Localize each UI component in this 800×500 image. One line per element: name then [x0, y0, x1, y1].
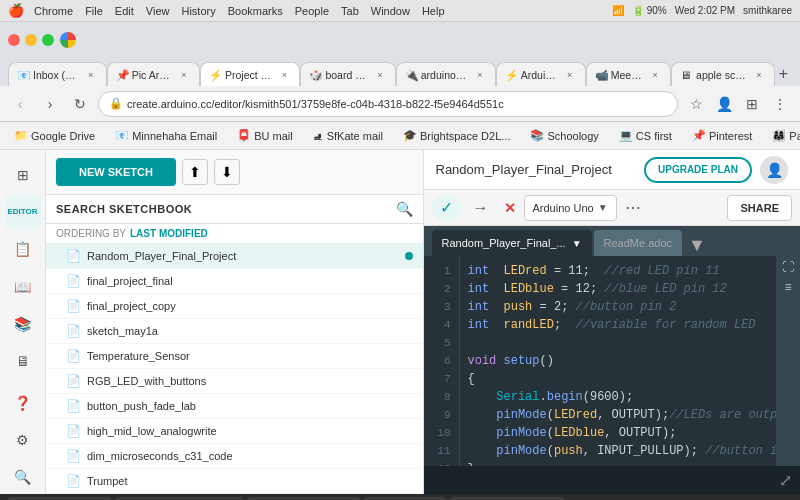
search-sketchbook-button[interactable]: 🔍: [396, 201, 413, 217]
time-display: Wed 2:02 PM: [675, 5, 735, 16]
tab-close-inbox[interactable]: ×: [84, 68, 98, 82]
address-bar: ‹ › ↻ 🔒 create.arduino.cc/editor/kismith…: [0, 86, 800, 122]
more-options-icon[interactable]: ⋯: [621, 198, 645, 217]
sketch-item-final-copy[interactable]: 📄 final_project_copy: [46, 294, 423, 319]
share-button[interactable]: SHARE: [727, 195, 792, 221]
sketch-item-sketch-may[interactable]: 📄 sketch_may1a: [46, 319, 423, 344]
tab-arduino-resistor[interactable]: 🔌 arduino resistor... ×: [396, 62, 496, 86]
board-selector[interactable]: Arduino Uno ▼: [524, 195, 617, 221]
new-sketch-button[interactable]: NEW SKETCH: [56, 158, 176, 186]
url-text: create.arduino.cc/editor/kismith501/3759…: [127, 98, 667, 110]
bookmark-parentsquare[interactable]: 👨‍👩‍👧 ParentSquare: [766, 127, 800, 144]
menu-people[interactable]: People: [289, 5, 335, 17]
user-avatar[interactable]: 👤: [760, 156, 788, 184]
sketch-item-dim-microseconds[interactable]: 📄 dim_microseconds_c31_code: [46, 444, 423, 469]
sketch-name-button: button_push_fade_lab: [87, 400, 413, 412]
serial-expand-icon[interactable]: ⤢: [779, 471, 792, 490]
sketch-item-temperature[interactable]: 📄 Temperature_Sensor: [46, 344, 423, 369]
reload-button[interactable]: ↻: [68, 92, 92, 116]
monitor-icon-button[interactable]: 🖥: [5, 345, 41, 378]
ordering-value[interactable]: LAST MODIFIED: [130, 228, 208, 239]
sketch-item-button-push[interactable]: 📄 button_push_fade_lab: [46, 394, 423, 419]
sketchbook-icon-button[interactable]: 📋: [5, 233, 41, 266]
help-icon-button[interactable]: ❓: [5, 386, 41, 419]
menu-chrome[interactable]: Chrome: [28, 5, 79, 17]
tab-close-pic[interactable]: ×: [177, 68, 191, 82]
bookmark-google-drive[interactable]: 📁 Google Drive: [8, 127, 101, 144]
tab-close-apple[interactable]: ×: [752, 68, 766, 82]
grid-apps-button[interactable]: ⊞: [5, 158, 41, 191]
upgrade-plan-button[interactable]: UPGRADE PLAN: [644, 157, 752, 183]
file-tab-readme[interactable]: ReadMe.adoc: [594, 230, 683, 256]
tab-close-board[interactable]: ×: [373, 68, 387, 82]
new-tab-button[interactable]: +: [775, 62, 792, 86]
bookmark-sfkate[interactable]: ⛸ SfKate mail: [307, 128, 389, 144]
sketch-item-rgb-led[interactable]: 📄 RGB_LED_with_buttons: [46, 369, 423, 394]
maximize-button[interactable]: [42, 34, 54, 46]
serial-monitor-bar: ⤢: [424, 466, 801, 494]
add-file-tab-button[interactable]: ▼: [688, 235, 706, 256]
tab-close-resistor[interactable]: ×: [473, 68, 487, 82]
menu-history[interactable]: History: [175, 5, 221, 17]
url-bar[interactable]: 🔒 create.arduino.cc/editor/kismith501/37…: [98, 91, 678, 117]
browser-menu-icon[interactable]: ⋮: [768, 92, 792, 116]
export-sketch-button[interactable]: ⬇: [214, 159, 240, 185]
wrap-icon[interactable]: ≡: [784, 281, 791, 295]
code-content[interactable]: int LEDred = 11; //red LED pin 11int LED…: [460, 256, 777, 466]
features-icon-button[interactable]: 🔍: [5, 461, 41, 494]
sketch-item-random-player[interactable]: 📄 Random_Player_Final_Project: [46, 244, 423, 269]
forward-button[interactable]: ›: [38, 92, 62, 116]
tab-close-editor[interactable]: ×: [277, 68, 291, 82]
sketch-file-icon-4: 📄: [66, 324, 81, 338]
menu-bookmarks[interactable]: Bookmarks: [222, 5, 289, 17]
upload-button[interactable]: →: [466, 194, 496, 222]
tab-inbox[interactable]: 📧 Inbox (1) - smit... ×: [8, 62, 107, 86]
back-button[interactable]: ‹: [8, 92, 32, 116]
sketch-item-analog-write[interactable]: 📄 high_mid_low_analogwrite: [46, 419, 423, 444]
bookmark-label-pinterest: Pinterest: [709, 130, 752, 142]
extensions-icon[interactable]: ⊞: [740, 92, 764, 116]
tab-project-editor[interactable]: ⚡ Project Editor - ... ×: [200, 62, 300, 86]
stop-button[interactable]: ✕: [500, 200, 520, 216]
bookmark-cs-first[interactable]: 💻 CS first: [613, 127, 678, 144]
verify-button[interactable]: ✓: [432, 194, 462, 222]
bookmark-schoology[interactable]: 📚 Schoology: [524, 127, 604, 144]
preferences-icon-button[interactable]: ⚙: [5, 423, 41, 456]
profile-icon[interactable]: 👤: [712, 92, 736, 116]
apple-menu-icon[interactable]: 🍎: [8, 3, 24, 18]
tab-pic-arduino[interactable]: 📌 Pic Arduino - ... ×: [107, 62, 200, 86]
tab-close-meet[interactable]: ×: [648, 68, 662, 82]
bookmark-brightspace[interactable]: 🎓 Brightspace D2L...: [397, 127, 517, 144]
tab-close-ae[interactable]: ×: [563, 68, 577, 82]
bookmark-pinterest[interactable]: 📌 Pinterest: [686, 127, 758, 144]
tab-meet[interactable]: 📹 Meet - Spe... ×: [586, 62, 671, 86]
tab-apple-screenshot[interactable]: 🖥 apple screensho... ×: [671, 62, 775, 86]
pinterest-icon: 📌: [692, 129, 706, 142]
menu-view[interactable]: View: [140, 5, 176, 17]
menu-tab[interactable]: Tab: [335, 5, 365, 17]
code-editor-area[interactable]: 12345 678910 1112131415 1617 int LEDred …: [424, 256, 801, 466]
menu-help[interactable]: Help: [416, 5, 451, 17]
tab-arduino-editor[interactable]: ⚡ Arduino Editor ×: [496, 62, 586, 86]
sketch-item-final-project[interactable]: 📄 final_project_final: [46, 269, 423, 294]
bookmark-bu-mail[interactable]: 📮 BU mail: [231, 127, 299, 144]
menu-window[interactable]: Window: [365, 5, 416, 17]
minimize-button[interactable]: [25, 34, 37, 46]
editor-icon-button[interactable]: EDITOR: [5, 195, 41, 228]
file-tab-main[interactable]: Random_Player_Final_... ▼: [432, 230, 592, 256]
bookmark-star-icon[interactable]: ☆: [684, 92, 708, 116]
libraries-icon-button[interactable]: 📚: [5, 307, 41, 340]
tab-favicon-apple: 🖥: [680, 69, 692, 81]
fullscreen-icon[interactable]: ⛶: [782, 260, 794, 275]
examples-icon-button[interactable]: 📖: [5, 270, 41, 303]
import-sketch-button[interactable]: ⬆: [182, 159, 208, 185]
bookmark-email[interactable]: 📧 Minnehaha Email: [109, 127, 223, 144]
menu-edit[interactable]: Edit: [109, 5, 140, 17]
sketch-item-trumpet[interactable]: 📄 Trumpet: [46, 469, 423, 494]
menu-file[interactable]: File: [79, 5, 109, 17]
tab-board-game[interactable]: 🎲 board game - ... ×: [300, 62, 395, 86]
bottom-tabs-bar: images.jpeg ∧ × download (1).jpeg ∧ × do…: [0, 494, 800, 500]
user-display: smithkaree: [743, 5, 792, 16]
close-button[interactable]: [8, 34, 20, 46]
file-tab-arrow-icon[interactable]: ▼: [572, 238, 582, 249]
